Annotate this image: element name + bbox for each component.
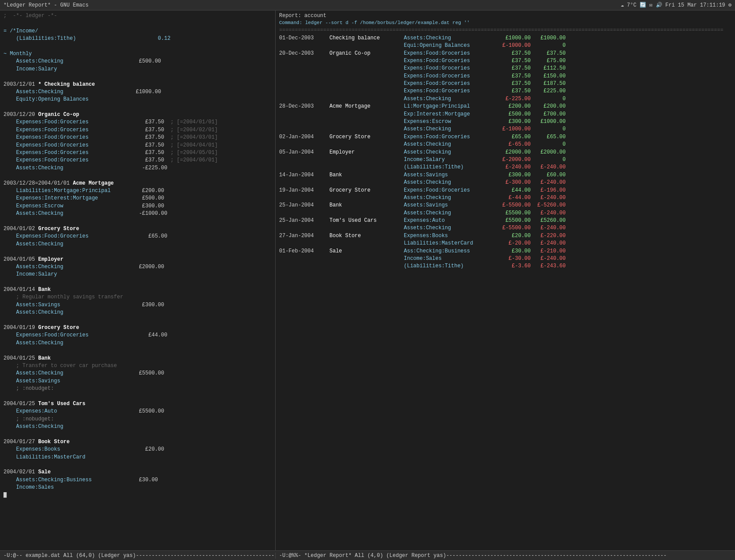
row-amount: £-5500.00 xyxy=(496,202,531,209)
row-desc: Grocery Store xyxy=(329,187,404,194)
row-amount: £-5500.00 xyxy=(496,224,531,232)
row-account: Expenses:Books xyxy=(404,232,496,240)
row-running: £1000.00 xyxy=(531,118,566,126)
title-bar: *Ledger Report* - GNU Emacs ☁ 7°C 🔄 ✉ 🔊 … xyxy=(0,0,735,10)
row-account: Expens:Food:Groceries xyxy=(404,57,496,65)
row-date: 27-Jan-2004 xyxy=(279,232,329,240)
row-account: Expens:Food:Groceries xyxy=(404,73,496,80)
table-row: 02-Jan-2004Grocery Store Expens:Food:Gro… xyxy=(279,133,732,141)
row-date xyxy=(279,111,329,118)
row-desc xyxy=(329,73,404,80)
row-date xyxy=(279,126,329,133)
row-date: 01-Feb-2004 xyxy=(279,248,329,255)
row-running: 0 xyxy=(531,95,566,103)
row-account: Assets:Checking xyxy=(404,95,496,103)
row-running: £2000.00 xyxy=(531,149,566,156)
row-date: 20-Dec-2003 xyxy=(279,50,329,57)
table-row: 19-Jan-2004Grocery Store Expens:Food:Gro… xyxy=(279,187,732,194)
table-row: 20-Dec-2003Organic Co-op Expens:Food:Gro… xyxy=(279,50,732,57)
row-running: £-240.00 xyxy=(531,224,566,232)
row-date xyxy=(279,240,329,247)
row-amount: £5500.00 xyxy=(496,217,531,224)
table-row: (Liabilities:Tithe)£-3.60£-243.60 xyxy=(279,262,732,270)
right-pane: Report: account Command: ledger --sort d… xyxy=(276,10,735,550)
row-running: £65.00 xyxy=(531,133,566,141)
table-row: Exp:Interest:Mortgage£500.00£700.00 xyxy=(279,111,732,118)
row-amount: £37.50 xyxy=(496,65,531,72)
row-account: Expenses:Auto xyxy=(404,217,496,224)
status-right: -U:@%%- *Ledger Report* All (4,0) (Ledge… xyxy=(276,553,735,559)
table-row: 25-Jan-2004Tom's Used Cars Expenses:Auto… xyxy=(279,217,732,224)
row-date xyxy=(279,210,329,217)
row-amount: £2000.00 xyxy=(496,149,531,156)
row-account: Expenses:Escrow xyxy=(404,118,496,126)
row-amount: £65.00 xyxy=(496,133,531,141)
row-desc xyxy=(329,118,404,126)
row-account: Ass:Checking:Business xyxy=(404,248,496,255)
left-editor[interactable]: ; -*- ledger -*- = /*Income/ (Liabilitie… xyxy=(0,10,275,550)
row-desc xyxy=(329,164,404,171)
row-account: Assets:Checking xyxy=(404,210,496,217)
line-comment-ledger: ; -*- ledger -*- xyxy=(4,12,272,20)
row-running: £112.50 xyxy=(531,65,566,72)
row-desc xyxy=(329,156,404,164)
main-container: ; -*- ledger -*- = /*Income/ (Liabilitie… xyxy=(0,10,735,550)
row-date xyxy=(279,141,329,148)
row-account: Assets:Savings xyxy=(404,172,496,179)
line-income-section: = /*Income/ xyxy=(4,28,272,35)
row-amount: £-1000.00 xyxy=(496,42,531,49)
row-date xyxy=(279,224,329,232)
row-date xyxy=(279,164,329,171)
table-row: Expens:Food:Groceries£37.50£187.50 xyxy=(279,80,732,88)
row-desc xyxy=(329,224,404,232)
row-running: £200.00 xyxy=(531,103,566,110)
row-running: £-243.60 xyxy=(531,262,566,270)
row-desc xyxy=(329,42,404,49)
row-amount: £-3.60 xyxy=(496,262,531,270)
row-amount: £44.00 xyxy=(496,187,531,194)
report-table: 01-Dec-2003Checking balance Assets:Check… xyxy=(279,35,732,270)
row-account: Income:Salary xyxy=(404,156,496,164)
row-running: £60.00 xyxy=(531,172,566,179)
row-account: Assets:Checking xyxy=(404,149,496,156)
row-running: £1000.00 xyxy=(531,35,566,42)
row-date xyxy=(279,179,329,186)
row-running: £150.00 xyxy=(531,73,566,80)
row-date xyxy=(279,88,329,95)
table-row: Assets:Checking£-44.00£-240.00 xyxy=(279,194,732,202)
row-account: Exp:Interest:Mortgage xyxy=(404,111,496,118)
row-amount: £37.50 xyxy=(496,80,531,88)
row-date xyxy=(279,194,329,202)
row-amount: £500.00 xyxy=(496,111,531,118)
row-account: Equi:Opening Balances xyxy=(404,42,496,49)
row-amount: £-65.00 xyxy=(496,141,531,148)
table-row: Income:Sales£-30.00£-240.00 xyxy=(279,255,732,262)
right-editor[interactable]: Report: account Command: ledger --sort d… xyxy=(276,10,735,550)
table-row: Expens:Food:Groceries£37.50£75.00 xyxy=(279,57,732,65)
row-desc: Bank xyxy=(329,202,404,209)
row-amount: £-240.00 xyxy=(496,164,531,171)
row-desc xyxy=(329,262,404,270)
row-account: Assets:Checking xyxy=(404,194,496,202)
row-running: £-5260.00 xyxy=(531,202,566,209)
row-amount: £-44.00 xyxy=(496,194,531,202)
row-amount: £37.50 xyxy=(496,88,531,95)
row-running: £-240.00 xyxy=(531,240,566,247)
window-title: *Ledger Report* - GNU Emacs xyxy=(4,2,88,8)
row-account: Li:Mortgage:Principal xyxy=(404,103,496,110)
row-date xyxy=(279,262,329,270)
row-desc: Acme Mortgage xyxy=(329,103,404,110)
report-label: Report: account xyxy=(279,12,732,20)
status-bar: -U:@-- example.dat All (64,0) (Ledger ya… xyxy=(0,550,735,560)
separator: ========================================… xyxy=(279,27,732,34)
table-row: 25-Jan-2004Bank Assets:Savings£-5500.00£… xyxy=(279,202,732,209)
table-row: Equi:Opening Balances£-1000.000 xyxy=(279,42,732,49)
row-date xyxy=(279,118,329,126)
row-running: 0 xyxy=(531,42,566,49)
row-date: 14-Jan-2004 xyxy=(279,172,329,179)
row-desc: Checking balance xyxy=(329,35,404,42)
row-desc xyxy=(329,111,404,118)
row-desc: Organic Co-op xyxy=(329,50,404,57)
row-date xyxy=(279,65,329,72)
row-running: £-240.00 xyxy=(531,194,566,202)
